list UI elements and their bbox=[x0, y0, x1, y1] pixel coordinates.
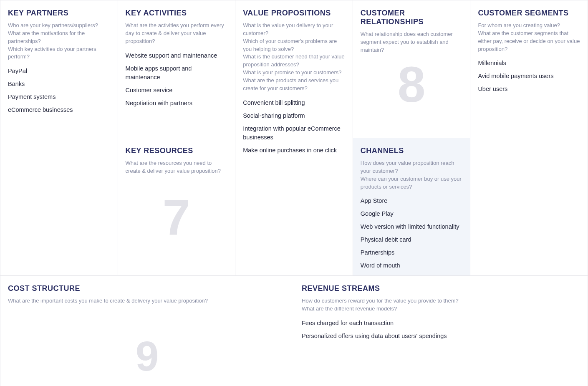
list-item[interactable]: Fees charged for each transaction bbox=[302, 319, 580, 328]
list-item[interactable]: Website support and maintenance bbox=[126, 51, 228, 60]
list-item[interactable]: Personalized offers using data about use… bbox=[302, 332, 580, 341]
block-items: App Store Google Play Web version with l… bbox=[361, 197, 463, 270]
list-item[interactable]: Web version with limited functionality bbox=[361, 222, 463, 231]
list-item[interactable]: PayPal bbox=[8, 67, 110, 76]
list-item[interactable]: Customer service bbox=[126, 86, 228, 95]
block-description: What are the important costs you make to… bbox=[8, 297, 286, 305]
list-item[interactable]: Millennials bbox=[478, 59, 580, 68]
list-item[interactable]: Word of mouth bbox=[361, 261, 463, 270]
placeholder-number: 8 bbox=[398, 59, 426, 109]
block-description: How do customers reward you for the valu… bbox=[302, 297, 580, 313]
placeholder-number: 7 bbox=[163, 192, 191, 242]
value-propositions-block[interactable]: VALUE PROPOSITIONS What is the value you… bbox=[235, 0, 353, 276]
list-item[interactable]: Payment systems bbox=[8, 93, 110, 101]
key-resources-block[interactable]: KEY RESOURCES What are the resources you… bbox=[118, 138, 236, 276]
block-title: CUSTOMER SEGMENTS bbox=[478, 9, 580, 18]
key-partners-block[interactable]: KEY PARTNERS Who are your key partners/s… bbox=[0, 0, 118, 276]
list-item[interactable]: Mobile apps support and maintenance bbox=[126, 64, 228, 82]
channels-block[interactable]: CHANNELS How does your value proposition… bbox=[353, 138, 471, 276]
list-item[interactable]: Partnerships bbox=[361, 248, 463, 257]
list-item[interactable]: Uber users bbox=[478, 85, 580, 93]
customer-relationships-block[interactable]: CUSTOMER RELATIONSHIPS What relationship… bbox=[353, 0, 471, 138]
cost-structure-block[interactable]: COST STRUCTURE What are the important co… bbox=[0, 276, 294, 386]
list-item[interactable]: Banks bbox=[8, 80, 110, 88]
list-item[interactable]: Integration with popular eCommerce busin… bbox=[243, 124, 345, 142]
block-description: What is the value you delivery to your c… bbox=[243, 22, 345, 93]
block-items: PayPal Banks Payment systems eCommerce b… bbox=[8, 67, 110, 114]
block-description: What are the resources you need to creat… bbox=[126, 159, 228, 175]
placeholder-number: 9 bbox=[136, 335, 159, 377]
customer-segments-block[interactable]: CUSTOMER SEGMENTS For whom are you creat… bbox=[470, 0, 588, 276]
block-items: Fees charged for each transaction Person… bbox=[302, 319, 580, 341]
block-items: Convenient bill splitting Social-sharing… bbox=[243, 98, 345, 155]
block-title: KEY ACTIVITIES bbox=[126, 9, 228, 18]
block-description: What relationship does each customer seg… bbox=[361, 30, 463, 54]
list-item[interactable]: Convenient bill splitting bbox=[243, 98, 345, 107]
block-description: Who are your key partners/suppliers? Wha… bbox=[8, 22, 110, 61]
revenue-streams-block[interactable]: REVENUE STREAMS How do customers reward … bbox=[294, 276, 588, 386]
list-item[interactable]: App Store bbox=[361, 197, 463, 205]
key-activities-block[interactable]: KEY ACTIVITIES What are the activities y… bbox=[118, 0, 236, 138]
list-item[interactable]: Avid mobile payments users bbox=[478, 72, 580, 81]
block-title: KEY PARTNERS bbox=[8, 9, 110, 18]
block-description: How does your value proposition reach yo… bbox=[361, 159, 463, 191]
list-item[interactable]: Google Play bbox=[361, 209, 463, 218]
block-title: CUSTOMER RELATIONSHIPS bbox=[361, 9, 463, 26]
block-items: Website support and maintenance Mobile a… bbox=[126, 51, 228, 108]
list-item[interactable]: Social-sharing platform bbox=[243, 111, 345, 120]
block-title: COST STRUCTURE bbox=[8, 284, 286, 293]
list-item[interactable]: eCommerce businesses bbox=[8, 106, 110, 114]
block-description: For whom are you creating value? What ar… bbox=[478, 22, 580, 53]
block-items: Millennials Avid mobile payments users U… bbox=[478, 59, 580, 93]
block-title: REVENUE STREAMS bbox=[302, 284, 580, 293]
list-item[interactable]: Make online purchases in one click bbox=[243, 146, 345, 155]
business-model-canvas: KEY PARTNERS Who are your key partners/s… bbox=[0, 0, 588, 386]
block-title: KEY RESOURCES bbox=[126, 146, 228, 155]
list-item[interactable]: Negotiation with partners bbox=[126, 99, 228, 108]
list-item[interactable]: Physical debit card bbox=[361, 235, 463, 244]
block-description: What are the activities you perform ever… bbox=[126, 22, 228, 45]
block-title: CHANNELS bbox=[361, 146, 463, 155]
block-title: VALUE PROPOSITIONS bbox=[243, 9, 345, 18]
